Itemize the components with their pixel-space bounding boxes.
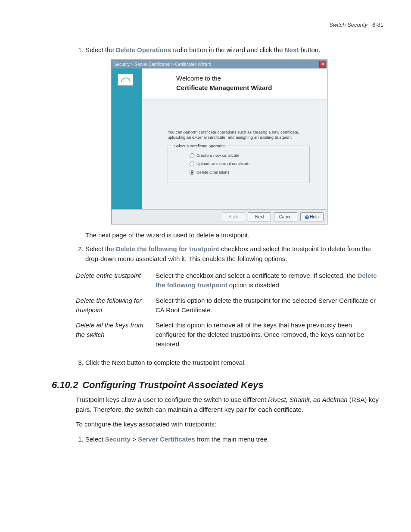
wizard-dialog: Security > Server Certificates > Certifi… — [111, 59, 327, 224]
delete-operations-label: Delete Operations — [116, 46, 171, 53]
wizard-heading: Welcome to the Certificate Management Wi… — [142, 68, 327, 100]
opt-term: Delete the following for trustpoint — [76, 293, 156, 318]
cancel-button[interactable]: Cancel — [274, 212, 297, 221]
radio-delete-operations[interactable]: Delete Operations — [190, 169, 302, 175]
fieldset-legend: Select a certificate operation — [172, 143, 227, 149]
security-menu-label: Security — [105, 436, 131, 443]
opt-term: Delete all the keys from the switch — [76, 317, 156, 352]
server-certificates-menu-label: Server Certificates — [138, 436, 195, 443]
options-table: Delete entire trustpoint Select the chec… — [76, 268, 385, 352]
radio-icon — [190, 170, 194, 175]
opt-term: Delete entire trustpoint — [76, 268, 156, 293]
section-title: Configuring Trustpoint Associated Keys — [82, 380, 263, 390]
table-row: Delete the following for trustpoint Sele… — [76, 293, 385, 318]
delete-following-trustpoint-label: Delete the following for trustpoint — [116, 245, 219, 252]
wizard-titlebar: Security > Server Certificates > Certifi… — [112, 60, 327, 68]
section-number: 6.10.2 — [52, 380, 78, 390]
wizard-description: You can perform certificate operations s… — [168, 130, 310, 141]
step-3: Click the Next button to complete the tr… — [85, 358, 385, 368]
next-label: Next — [285, 46, 299, 53]
table-row: Delete entire trustpoint Select the chec… — [76, 268, 385, 293]
opt-desc: Select the checkbox and select a certifi… — [156, 268, 385, 293]
radio-icon — [190, 162, 194, 166]
radio-icon — [190, 153, 194, 158]
certificate-icon — [118, 74, 133, 86]
header-section: Switch Security — [329, 22, 367, 28]
section-p1: Trustpoint keys allow a user to configur… — [76, 395, 385, 414]
wizard-sidebar — [112, 68, 142, 209]
step-1: Select the Delete Operations radio butto… — [85, 45, 385, 240]
table-row: Delete all the keys from the switch Sele… — [76, 317, 385, 352]
opt-desc: Select this option to remove all of the … — [156, 317, 385, 352]
section-p2: To configure the keys associated with tr… — [76, 420, 385, 429]
help-icon: ? — [305, 215, 309, 219]
page-header: Switch Security 6-81 — [52, 22, 385, 28]
opt-desc: Select this option to delete the trustpo… — [156, 293, 385, 318]
operation-fieldset: Select a certificate operation Create a … — [168, 146, 310, 183]
after-wizard-text: The next page of the wizard is used to d… — [85, 230, 385, 240]
radio-create-certificate[interactable]: Create a new certificate — [190, 152, 302, 159]
close-icon[interactable]: ✕ — [319, 61, 326, 68]
section-step-1: Select Security > Server Certificates fr… — [85, 435, 385, 445]
header-page: 6-81 — [372, 22, 383, 28]
back-button[interactable]: Back — [222, 212, 245, 221]
section-heading: 6.10.2Configuring Trustpoint Associated … — [52, 380, 385, 391]
wizard-footer: Back Next Cancel ?Help — [112, 209, 327, 224]
help-button[interactable]: ?Help — [300, 212, 324, 221]
step-2: Select the Delete the following for trus… — [85, 244, 385, 264]
radio-upload-certificate[interactable]: Upload an external certificate — [190, 161, 302, 167]
next-button[interactable]: Next — [248, 212, 271, 221]
